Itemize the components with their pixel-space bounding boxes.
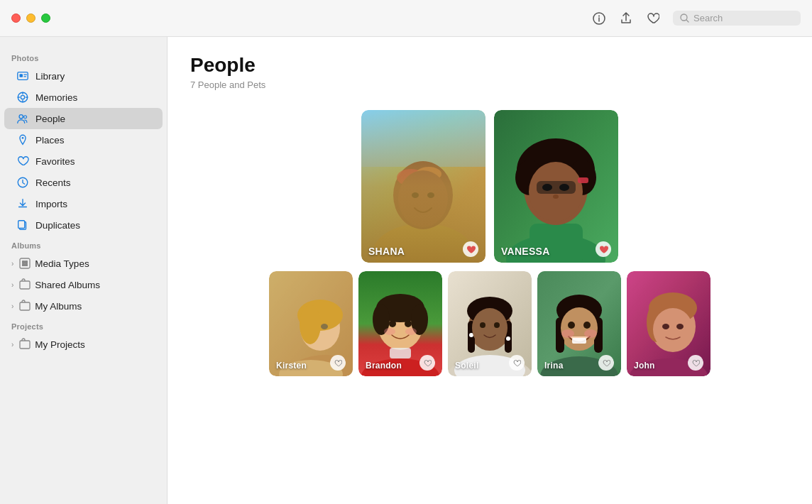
places-label: Places: [35, 135, 65, 146]
title-bar: [0, 0, 812, 37]
svg-rect-23: [25, 261, 28, 263]
projects-section-label: Projects: [0, 317, 167, 334]
svg-point-69: [384, 328, 395, 335]
close-button[interactable]: [11, 13, 21, 23]
brandon-favorite-btn[interactable]: [419, 355, 435, 371]
media-types-icon: [18, 256, 32, 270]
page-title: People: [190, 54, 789, 77]
vanessa-name-label: VANESSA: [501, 246, 550, 257]
page-subtitle: 7 People and Pets: [190, 80, 789, 90]
person-card-brandon[interactable]: Brandon: [358, 271, 442, 376]
sidebar-group-media-types[interactable]: › Media Types: [4, 253, 163, 274]
vanessa-favorite-btn[interactable]: [596, 241, 611, 257]
sidebar-item-people[interactable]: People: [4, 108, 163, 129]
content-area: People 7 People and Pets: [168, 37, 812, 504]
person-card-irina[interactable]: Irina: [537, 271, 621, 376]
sidebar-item-memories[interactable]: Memories: [4, 87, 163, 108]
sidebar-item-library[interactable]: Library: [4, 65, 163, 87]
recents-icon: [16, 175, 30, 190]
share-icon[interactable]: [619, 11, 633, 26]
john-favorite-btn[interactable]: [688, 355, 703, 371]
svg-point-49: [559, 184, 569, 191]
minimize-button[interactable]: [26, 13, 35, 23]
library-icon: [16, 69, 30, 83]
svg-rect-66: [390, 348, 411, 358]
kirsten-name-label: Kirsten: [276, 361, 307, 371]
favorites-label: Favorites: [35, 156, 75, 167]
svg-point-80: [472, 308, 508, 348]
people-label: People: [35, 114, 65, 124]
search-input[interactable]: [693, 13, 793, 23]
sidebar-item-favorites[interactable]: Favorites: [4, 150, 163, 172]
soleil-favorite-btn[interactable]: [509, 355, 525, 371]
irina-name-label: Irina: [544, 361, 564, 371]
svg-point-17: [22, 137, 24, 139]
svg-point-10: [21, 95, 24, 99]
sidebar-group-shared-albums[interactable]: › Shared Albums: [4, 274, 163, 295]
svg-rect-20: [18, 221, 25, 229]
memories-icon: [16, 90, 30, 104]
svg-point-67: [389, 320, 396, 327]
person-card-kirsten[interactable]: Kirsten: [269, 271, 353, 376]
svg-rect-24: [22, 263, 25, 266]
my-projects-icon: [18, 337, 32, 351]
chevron-right-icon4: ›: [11, 341, 13, 349]
info-icon[interactable]: [592, 11, 606, 26]
person-card-soleil[interactable]: Soleil: [448, 271, 532, 376]
sidebar: Photos Library: [0, 37, 168, 504]
maximize-button[interactable]: [41, 13, 50, 23]
sidebar-item-duplicates[interactable]: Duplicates: [4, 214, 163, 236]
svg-rect-51: [578, 177, 588, 183]
svg-point-68: [405, 320, 412, 327]
search-icon: [680, 13, 689, 23]
favorites-icon: [16, 154, 30, 168]
svg-rect-22: [22, 261, 25, 263]
kirsten-favorite-btn[interactable]: [330, 355, 346, 371]
shared-albums-label: Shared Albums: [35, 280, 100, 290]
person-card-vanessa[interactable]: VANESSA: [494, 110, 618, 263]
svg-rect-21: [20, 258, 30, 268]
sidebar-item-places[interactable]: Places: [4, 129, 163, 150]
svg-line-4: [686, 20, 688, 22]
brandon-name-label: Brandon: [366, 361, 402, 371]
toolbar-right: [592, 11, 801, 26]
shana-name-label: SHANA: [368, 246, 405, 257]
photos-section-label: Photos: [0, 48, 167, 65]
svg-rect-26: [20, 281, 30, 289]
sidebar-item-imports[interactable]: Imports: [4, 193, 163, 214]
main-layout: Photos Library: [0, 37, 812, 504]
shared-albums-icon: [18, 278, 32, 292]
sidebar-group-my-projects[interactable]: › My Projects: [4, 334, 163, 355]
svg-point-57: [300, 305, 321, 344]
svg-point-50: [553, 195, 559, 199]
vanessa-photo: [494, 110, 618, 263]
my-albums-icon: [18, 299, 32, 313]
duplicates-label: Duplicates: [35, 220, 80, 231]
shana-favorite-btn[interactable]: [463, 241, 478, 257]
duplicates-icon: [16, 218, 30, 232]
people-grid-top: SHANA: [190, 110, 789, 263]
svg-rect-28: [20, 341, 30, 349]
irina-favorite-btn[interactable]: [598, 355, 614, 371]
svg-point-91: [568, 322, 575, 329]
svg-point-92: [583, 322, 591, 329]
sidebar-item-recents[interactable]: Recents: [4, 172, 163, 193]
my-projects-label: My Projects: [35, 339, 85, 350]
imports-icon: [16, 197, 30, 211]
sidebar-group-my-albums[interactable]: › My Albums: [4, 295, 163, 317]
search-box[interactable]: [673, 11, 801, 26]
soleil-name-label: Soleil: [455, 361, 478, 371]
svg-rect-27: [20, 302, 30, 310]
chevron-right-icon2: ›: [11, 281, 13, 289]
svg-point-16: [24, 116, 27, 119]
person-card-john[interactable]: John: [627, 271, 710, 376]
heart-toolbar-icon[interactable]: [646, 11, 660, 26]
memories-label: Memories: [35, 92, 77, 103]
places-icon: [16, 133, 30, 147]
person-card-shana[interactable]: SHANA: [361, 110, 485, 263]
traffic-lights: [11, 13, 50, 23]
media-types-label: Media Types: [35, 258, 89, 269]
svg-point-82: [494, 322, 500, 328]
svg-rect-38: [361, 110, 485, 263]
svg-point-58: [321, 324, 328, 329]
